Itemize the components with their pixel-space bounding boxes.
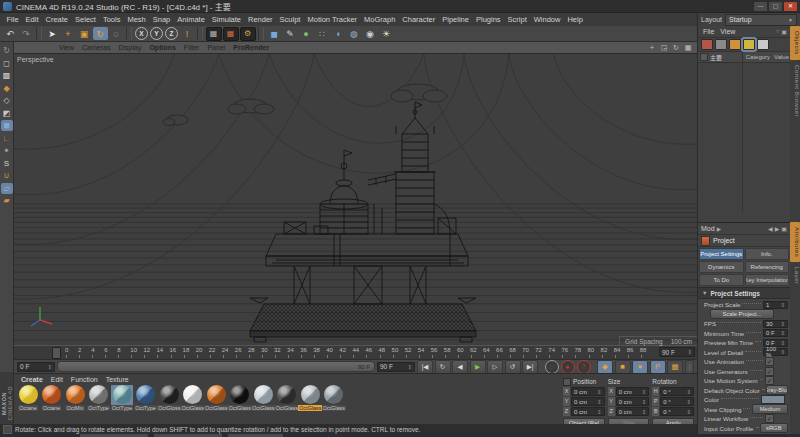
ruler-tick-54[interactable]: 54: [418, 346, 431, 359]
lock-icon[interactable]: ▣: [781, 28, 787, 35]
lock-y-axis-icon[interactable]: Y: [150, 27, 163, 40]
menu-help[interactable]: Help: [564, 15, 586, 24]
key-parameter-icon[interactable]: P: [650, 360, 666, 374]
menu-animate[interactable]: Animate: [174, 15, 209, 24]
axis-mode-icon[interactable]: ∟: [1, 133, 13, 144]
side-tab-attributes[interactable]: Attributes: [790, 222, 800, 262]
pen-icon[interactable]: [757, 39, 769, 50]
rotate-tool-icon[interactable]: ↻: [93, 27, 108, 40]
start-frame-field[interactable]: 0 F ⇕: [17, 362, 55, 372]
play-forward-icon[interactable]: ▶: [470, 360, 486, 374]
light-icon[interactable]: ☀: [379, 27, 394, 40]
material-swatch[interactable]: Octane: [17, 385, 39, 411]
ruler-tick-16[interactable]: 16: [170, 346, 183, 359]
viewport-menu-panel[interactable]: Panel: [204, 44, 228, 51]
attr-field[interactable]: 0 F⇕: [763, 329, 788, 337]
menu-mesh[interactable]: Mesh: [124, 15, 149, 24]
title-bar[interactable]: CINEMA 4D R19.0.24 Studio (RC - R19) - […: [0, 0, 800, 13]
side-tab-content-browser[interactable]: Content Browser: [790, 60, 800, 122]
attr-checkbox[interactable]: ✓: [765, 367, 774, 376]
spinner-icon[interactable]: ⇕: [780, 340, 785, 346]
viewport-solo-icon[interactable]: ⌖: [1, 145, 13, 156]
attr-tab-to-do[interactable]: To Do: [699, 274, 744, 286]
menu-script[interactable]: Script: [504, 15, 530, 24]
ruler-tick-18[interactable]: 18: [183, 346, 196, 359]
attr-field[interactable]: 1⇕: [763, 301, 788, 309]
menu-plugins[interactable]: Plugins: [472, 15, 504, 24]
attr-tab-dynamics[interactable]: Dynamics: [699, 261, 744, 273]
spinner-icon[interactable]: ⇕: [686, 389, 691, 395]
redo-icon[interactable]: ↷: [19, 27, 34, 40]
play-reverse-icon[interactable]: ↺: [505, 360, 521, 374]
ruler-tick-48[interactable]: 48: [379, 346, 392, 359]
coord-checkbox[interactable]: [563, 378, 571, 386]
key-position-icon[interactable]: ◆: [597, 360, 613, 374]
ruler-tick-24[interactable]: 24: [222, 346, 235, 359]
goto-end-icon[interactable]: ▶|: [522, 360, 538, 374]
back-arrow-icon[interactable]: ◀: [768, 225, 773, 232]
layer-icon[interactable]: [700, 53, 708, 61]
material-swatch[interactable]: OctType: [111, 385, 133, 411]
attr-tab-info[interactable]: Info.: [745, 248, 790, 260]
timeline-options-handle[interactable]: ⋮: [685, 360, 694, 374]
category-value-area[interactable]: Category Value: [743, 52, 790, 212]
ruler-tick-22[interactable]: 22: [209, 346, 222, 359]
spinner-icon[interactable]: ⇕: [407, 364, 412, 370]
ruler-tick-34[interactable]: 34: [287, 346, 300, 359]
layer-tab-label[interactable]: 主要: [710, 53, 722, 62]
lock-workplane-icon[interactable]: ▰: [1, 195, 13, 206]
ruler-tick-68[interactable]: 68: [509, 346, 522, 359]
ruler-tick-50[interactable]: 50: [392, 346, 405, 359]
ruler-tick-78[interactable]: 78: [574, 346, 587, 359]
attr-field[interactable]: 30⇕: [763, 320, 788, 328]
keyframe-selection-icon[interactable]: ?: [577, 360, 591, 374]
spinner-icon[interactable]: ⇕: [780, 321, 785, 327]
menu-file[interactable]: File: [3, 15, 22, 24]
goto-start-icon[interactable]: |◀: [417, 360, 433, 374]
move-tool-icon[interactable]: +: [61, 27, 76, 40]
ruler-tick-42[interactable]: 42: [339, 346, 352, 359]
add-primitive-icon[interactable]: ◼: [267, 27, 282, 40]
coord-system-icon[interactable]: !: [180, 27, 195, 40]
polygons-mode-icon[interactable]: ◩: [1, 108, 13, 119]
object-manager-menu-view[interactable]: View: [718, 28, 737, 35]
history-icon[interactable]: ↻: [1, 45, 13, 56]
object-mode-icon[interactable]: ◼: [1, 120, 13, 131]
coord-field[interactable]: 0 °⇕: [660, 407, 694, 416]
next-frame-icon[interactable]: ▷: [487, 360, 503, 374]
lock-icon[interactable]: ▣: [781, 225, 787, 232]
ruler-tick-8[interactable]: 8: [117, 346, 130, 359]
coord-field[interactable]: 0 cm⇕: [571, 387, 605, 396]
attr-dropdown-default-object-color[interactable]: Gray-Blue: [766, 385, 788, 395]
viewport-menu-prorender[interactable]: ProRender: [230, 44, 272, 51]
spinner-icon[interactable]: ⇕: [642, 399, 647, 405]
category-column-header[interactable]: Category: [743, 54, 771, 60]
ruler-tick-70[interactable]: 70: [522, 346, 535, 359]
menu-render[interactable]: Render: [245, 15, 277, 24]
spinner-icon[interactable]: ⇕: [780, 349, 785, 355]
coord-field[interactable]: 0 cm⇕: [616, 407, 650, 416]
attr-checkbox[interactable]: ✓: [765, 376, 774, 385]
spinner-icon[interactable]: ⇕: [597, 399, 602, 405]
key-pla-icon[interactable]: ▦: [667, 360, 683, 374]
material-swatch[interactable]: OctType: [88, 385, 110, 411]
ruler-tick-58[interactable]: 58: [444, 346, 457, 359]
viewport-menu-view[interactable]: View: [56, 44, 77, 51]
menu-edit[interactable]: Edit: [22, 15, 42, 24]
ruler-tick-80[interactable]: 80: [588, 346, 601, 359]
ruler-tick-32[interactable]: 32: [274, 346, 287, 359]
maximize-icon[interactable]: ▢: [769, 2, 782, 11]
attr-tab-referencing[interactable]: Referencing: [745, 261, 790, 273]
spinner-icon[interactable]: ⇕: [687, 349, 692, 355]
materials-menu-texture[interactable]: Texture: [103, 376, 132, 383]
menu-sculpt[interactable]: Sculpt: [276, 15, 304, 24]
coord-field[interactable]: 0 cm⇕: [571, 397, 605, 406]
array-generator-icon[interactable]: ∷: [315, 27, 330, 40]
coord-field[interactable]: 0 cm⇕: [571, 407, 605, 416]
render-to-picture-icon[interactable]: ▦: [223, 27, 239, 41]
spinner-icon[interactable]: ⇕: [780, 302, 785, 308]
ruler-tick-62[interactable]: 62: [470, 346, 483, 359]
search-icon[interactable]: ○: [776, 28, 780, 35]
material-swatch[interactable]: OctMix: [64, 385, 86, 411]
environment-icon[interactable]: ◍: [347, 27, 362, 40]
